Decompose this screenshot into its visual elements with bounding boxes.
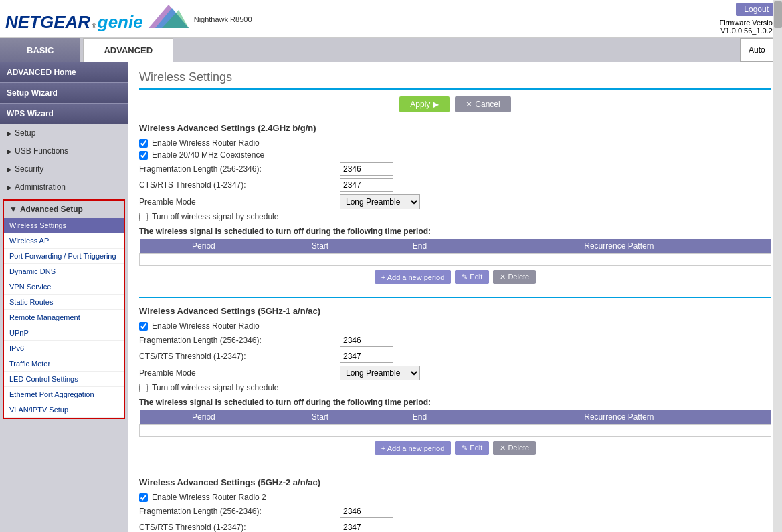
schedule-2ghz-desc: The wireless signal is scheduled to turn… — [139, 227, 771, 236]
sidebar-item-wireless-ap[interactable]: Wireless AP — [4, 233, 124, 249]
section-5ghz2: Wireless Advanced Settings (5GHz-2 a/n/a… — [139, 477, 771, 532]
table-2ghz-period-header: Period — [140, 239, 268, 254]
schedule-5ghz1-table: Period Start End Recurrence Pattern — [139, 410, 771, 437]
frag-length-5ghz1-input[interactable]: 2346 — [340, 334, 393, 347]
sidebar-item-dynamic-dns[interactable]: Dynamic DNS — [4, 264, 124, 279]
schedule-5ghz1-label: Turn off wireless signal by schedule — [152, 383, 278, 392]
frag-length-2ghz-input[interactable]: 2346 — [340, 162, 393, 176]
cts-5ghz1-label: CTS/RTS Threshold (1-2347): — [139, 352, 340, 361]
sidebar-item-remote-mgmt[interactable]: Remote Management — [4, 310, 124, 325]
tab-advanced[interactable]: ADVANCED — [83, 38, 173, 62]
frag-length-2ghz-row: Fragmentation Length (256-2346): 2346 — [139, 162, 771, 176]
page-title: Wireless Settings — [139, 70, 771, 90]
cancel-x-icon: ✕ — [466, 100, 472, 109]
enable-coexist-checkbox[interactable] — [139, 151, 148, 160]
sidebar-item-vpn[interactable]: VPN Service — [4, 279, 124, 295]
frag-length-5ghz1-row: Fragmentation Length (256-2346): 2346 — [139, 334, 771, 347]
logo-triangle — [149, 5, 189, 28]
table-2ghz-recurrence-header: Recurrence Pattern — [467, 239, 771, 254]
usb-arrow-icon: ▶ — [7, 148, 12, 155]
frag-length-5ghz2-input[interactable]: 2346 — [340, 505, 393, 518]
frag-length-5ghz2-row: Fragmentation Length (256-2346): 2346 — [139, 505, 771, 518]
firmware-label: Firmware Version — [719, 19, 777, 27]
preamble-5ghz1-select[interactable]: Long Preamble Short Preamble — [340, 366, 420, 380]
cts-2ghz-input-wrapper: 2347 — [340, 178, 393, 192]
enable-radio-5ghz2-checkbox[interactable] — [139, 493, 148, 502]
cancel-button[interactable]: ✕ Cancel — [455, 96, 510, 112]
preamble-2ghz-row: Preamble Mode Long Preamble Short Preamb… — [139, 194, 771, 209]
scrollbar[interactable] — [773, 0, 782, 532]
schedule-2ghz-label: Turn off wireless signal by schedule — [152, 212, 278, 221]
preamble-2ghz-select[interactable]: Long Preamble Short Preamble — [340, 194, 420, 209]
logo-netgear: NETGEAR — [5, 12, 90, 33]
preamble-2ghz-label: Preamble Mode — [139, 197, 340, 207]
frag-length-5ghz2-label: Fragmentation Length (256-2346): — [139, 507, 340, 516]
cts-2ghz-label: CTS/RTS Threshold (1-2347): — [139, 180, 340, 190]
toolbar: Apply ▶ ✕ Cancel — [139, 96, 771, 112]
table-2ghz-start-header: Start — [268, 239, 372, 254]
table-2ghz-end-header: End — [373, 239, 467, 254]
edit-5ghz1-button[interactable]: ✎ Edit — [455, 441, 489, 455]
sidebar-setup-label: Setup — [15, 128, 35, 138]
enable-radio-5ghz1-checkbox[interactable] — [139, 322, 148, 331]
delete-2ghz-button[interactable]: ✕ Delete — [493, 270, 536, 284]
setup-arrow-icon: ▶ — [7, 130, 12, 137]
sidebar-item-ipv6[interactable]: IPv6 — [4, 341, 124, 356]
sidebar-setup-wizard[interactable]: Setup Wizard — [0, 83, 128, 104]
sidebar-administration[interactable]: ▶ Administration — [0, 178, 128, 196]
sidebar-item-port-forwarding[interactable]: Port Forwarding / Port Triggering — [4, 249, 124, 264]
apply-label: Apply — [410, 100, 430, 109]
table-5ghz1-start-header: Start — [268, 410, 372, 425]
scroll-thumb[interactable] — [774, 1, 782, 28]
table-5ghz1-end-header: End — [373, 410, 467, 425]
sidebar-setup[interactable]: ▶ Setup — [0, 124, 128, 142]
enable-coexist-label: Enable 20/40 MHz Coexistence — [152, 150, 264, 160]
sidebar-item-led-control[interactable]: LED Control Settings — [4, 372, 124, 387]
schedule-2ghz-checkbox[interactable] — [139, 213, 148, 221]
cts-5ghz2-label: CTS/RTS Threshold (1-2347): — [139, 523, 340, 532]
sidebar-wps-wizard[interactable]: WPS Wizard — [0, 104, 128, 124]
schedule-5ghz1-checkbox[interactable] — [139, 384, 148, 392]
cts-5ghz1-input[interactable]: 2347 — [340, 350, 393, 363]
sidebar-security[interactable]: ▶ Security — [0, 160, 128, 178]
firmware-version: V1.0.0.56_1.0.28 — [720, 27, 777, 35]
frag-length-5ghz2-input-wrapper: 2346 — [340, 505, 393, 518]
preamble-5ghz1-row: Preamble Mode Long Preamble Short Preamb… — [139, 366, 771, 380]
advanced-setup-header[interactable]: ▼ Advanced Setup — [4, 201, 124, 218]
main-layout: ADVANCED Home Setup Wizard WPS Wizard ▶ … — [0, 62, 782, 532]
sidebar-item-upnp[interactable]: UPnP — [4, 325, 124, 341]
frag-length-5ghz1-input-wrapper: 2346 — [340, 334, 393, 347]
firmware-info: Firmware Version V1.0.0.56_1.0.28 — [719, 19, 777, 35]
sidebar-advanced-home[interactable]: ADVANCED Home — [0, 62, 128, 83]
cts-5ghz2-input[interactable]: 2347 — [340, 521, 393, 532]
sidebar-admin-label: Administration — [15, 182, 66, 192]
edit-2ghz-button[interactable]: ✎ Edit — [455, 270, 489, 284]
schedule-5ghz1-row: Turn off wireless signal by schedule — [139, 383, 771, 392]
delete-5ghz1-button[interactable]: ✕ Delete — [493, 441, 536, 455]
enable-radio-5ghz2-row: Enable Wireless Router Radio 2 — [139, 493, 771, 502]
frag-length-2ghz-input-wrapper: 2346 — [340, 162, 393, 176]
tab-basic[interactable]: BASIC — [0, 38, 80, 62]
logout-button[interactable]: Logout — [736, 3, 777, 16]
enable-coexist-row: Enable 20/40 MHz Coexistence — [139, 150, 771, 160]
sidebar-item-static-routes[interactable]: Static Routes — [4, 295, 124, 310]
apply-arrow-icon: ▶ — [433, 100, 439, 109]
enable-radio-2ghz-checkbox[interactable] — [139, 139, 148, 148]
sidebar-item-traffic-meter[interactable]: Traffic Meter — [4, 356, 124, 372]
content: Wireless Settings Apply ▶ ✕ Cancel Wirel… — [128, 62, 782, 532]
enable-radio-5ghz1-row: Enable Wireless Router Radio — [139, 321, 771, 331]
enable-radio-2ghz-label: Enable Wireless Router Radio — [152, 138, 260, 148]
add-period-2ghz-button[interactable]: + Add a new period — [375, 270, 452, 284]
section-2ghz: Wireless Advanced Settings (2.4GHz b/g/n… — [139, 123, 771, 284]
cts-5ghz1-row: CTS/RTS Threshold (1-2347): 2347 — [139, 350, 771, 363]
add-period-5ghz1-button[interactable]: + Add a new period — [375, 441, 452, 455]
sidebar-item-wireless-settings[interactable]: Wireless Settings — [4, 218, 124, 233]
device-name: Nighthawk R8500 — [194, 15, 252, 23]
sidebar-item-vlan[interactable]: VLAN/IPTV Setup — [4, 402, 124, 418]
administration-arrow-icon: ▶ — [7, 184, 12, 191]
sidebar-usb-functions[interactable]: ▶ USB Functions — [0, 142, 128, 160]
sidebar-item-ethernet-agg[interactable]: Ethernet Port Aggregation — [4, 387, 124, 402]
apply-button[interactable]: Apply ▶ — [399, 96, 450, 112]
cts-2ghz-input[interactable]: 2347 — [340, 178, 393, 192]
schedule-5ghz1-desc: The wireless signal is scheduled to turn… — [139, 398, 771, 407]
